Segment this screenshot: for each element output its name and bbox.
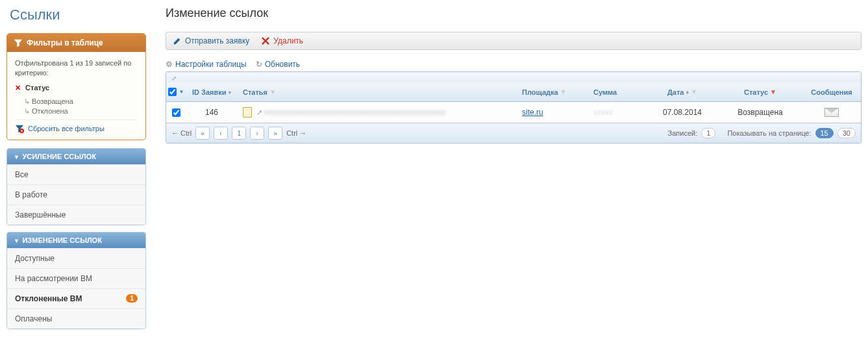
grid-footer: ← Ctrl « ‹ 1 › » Ctrl → Записей: 1 Показ… [166, 123, 861, 143]
page-size-15[interactable]: 15 [815, 128, 834, 138]
col-article[interactable]: Статья ▼ [238, 82, 517, 101]
badge-count: 1 [126, 294, 138, 303]
filter-criterion: ✕ Статус [15, 84, 138, 92]
nav-item-done[interactable]: Завершённые [7, 205, 145, 225]
filter-header-label: Фильтры в таблице [27, 38, 103, 47]
refresh-icon: ↻ [256, 60, 262, 69]
filter-header[interactable]: Фильтры в таблице [7, 34, 145, 52]
toolbar: Отправить заявку Удалить [166, 32, 862, 50]
row-sum: xxxxx [593, 108, 613, 117]
reset-filters-label: Сбросить все фильтры [28, 125, 105, 132]
col-sum[interactable]: Сумма [588, 82, 647, 101]
delete-button[interactable]: Удалить [261, 36, 303, 45]
nav-item-available[interactable]: Доступные [7, 248, 145, 268]
data-grid: ⤢ ▼ ID Заявки♦ Статья ▼ Площадка ▼ Сумма [166, 71, 862, 144]
mail-icon[interactable] [825, 108, 839, 117]
per-page-label: Показывать на странице: [727, 129, 811, 137]
expand-icon[interactable]: ⤢ [171, 75, 177, 82]
filter-icon[interactable]: ▼ [560, 88, 567, 95]
col-messages[interactable]: Сообщения [802, 82, 861, 101]
pencil-icon [173, 36, 182, 45]
page-title: Ссылки [6, 6, 146, 23]
col-check[interactable]: ▼ [166, 82, 186, 101]
row-article[interactable]: ↗ xxxxxxxxxxxxxxxxxxxxxxxxxxxxxxxxxxxxxx… [238, 102, 517, 123]
delete-icon [261, 36, 270, 45]
reset-filters-link[interactable]: Сбросить все фильтры [15, 119, 138, 133]
row-status: Возвращена [718, 102, 802, 123]
col-id[interactable]: ID Заявки♦ [186, 82, 238, 101]
filter-value: Возвращена [24, 97, 138, 106]
pager-prev[interactable]: ‹ [214, 127, 228, 140]
main-title: Изменение ссылок [166, 6, 862, 20]
pager-page[interactable]: 1 [232, 127, 246, 140]
send-request-button[interactable]: Отправить заявку [173, 36, 249, 45]
table-row[interactable]: 146 ↗ xxxxxxxxxxxxxxxxxxxxxxxxxxxxxxxxxx… [166, 102, 861, 123]
col-date[interactable]: Дата♦ ▼ [647, 82, 718, 101]
ctrl-hint: Ctrl → [286, 129, 306, 137]
nav-panel-change: ИЗМЕНЕНИЕ ССЫЛОК Доступные На рассмотрен… [6, 232, 146, 329]
sort-icon: ♦ [228, 89, 231, 95]
nav-panel-boost: УСИЛЕНИЕ ССЫЛОК Все В работе Завершённые [6, 148, 146, 225]
remove-filter-icon[interactable]: ✕ [15, 84, 21, 92]
filter-panel: Фильтры в таблице Отфильтрована 1 из 19 … [6, 33, 146, 140]
site-link[interactable]: site.ru [522, 108, 543, 117]
external-link-icon[interactable]: ↗ [256, 108, 262, 117]
filter-icon[interactable]: ▼ [691, 88, 697, 95]
col-status[interactable]: Статус ▼ [718, 82, 802, 101]
nav-header[interactable]: ИЗМЕНЕНИЕ ССЫЛОК [7, 232, 145, 248]
filter-icon[interactable]: ▼ [269, 88, 276, 95]
sort-icon: ♦ [686, 89, 689, 95]
chevron-down-icon[interactable]: ▼ [179, 89, 184, 95]
nav-header[interactable]: УСИЛЕНИЕ ССЫЛОК [7, 149, 145, 164]
pager-last[interactable]: » [268, 127, 282, 140]
funnel-icon [14, 38, 23, 47]
select-all-checkbox[interactable] [168, 88, 177, 96]
col-site[interactable]: Площадка ▼ [517, 82, 588, 101]
nav-item-paid[interactable]: Оплачены [7, 308, 145, 329]
row-checkbox[interactable] [172, 108, 180, 117]
gear-icon: ⚙ [166, 60, 173, 69]
nav-item-review[interactable]: На рассмотрении ВМ [7, 268, 145, 288]
pager-first[interactable]: « [195, 127, 210, 140]
nav-item-all[interactable]: Все [7, 164, 145, 184]
filter-status-label: Статус [25, 84, 49, 92]
page-size-30[interactable]: 30 [837, 128, 856, 138]
filter-value: Отклонена [24, 107, 138, 116]
pager-next[interactable]: › [250, 127, 264, 140]
records-label: Записей: [668, 129, 698, 137]
grid-header: ▼ ID Заявки♦ Статья ▼ Площадка ▼ Сумма Д… [166, 82, 861, 102]
article-text: xxxxxxxxxxxxxxxxxxxxxxxxxxxxxxxxxxxxxxxx [264, 108, 446, 117]
filter-icon[interactable]: ▼ [770, 88, 776, 95]
document-icon [243, 107, 252, 118]
row-date: 07.08.2014 [647, 102, 718, 123]
nav-item-declined[interactable]: Отклоненные ВМ 1 [7, 288, 145, 308]
funnel-clear-icon [15, 124, 24, 133]
table-settings-link[interactable]: ⚙ Настройки таблицы [166, 60, 247, 69]
records-count: 1 [701, 128, 715, 138]
ctrl-hint: ← Ctrl [171, 129, 192, 137]
nav-item-working[interactable]: В работе [7, 184, 145, 205]
row-id: 146 [186, 102, 238, 123]
table-refresh-link[interactable]: ↻ Обновить [256, 60, 300, 69]
filter-info: Отфильтрована 1 из 19 записей по критери… [15, 58, 138, 79]
